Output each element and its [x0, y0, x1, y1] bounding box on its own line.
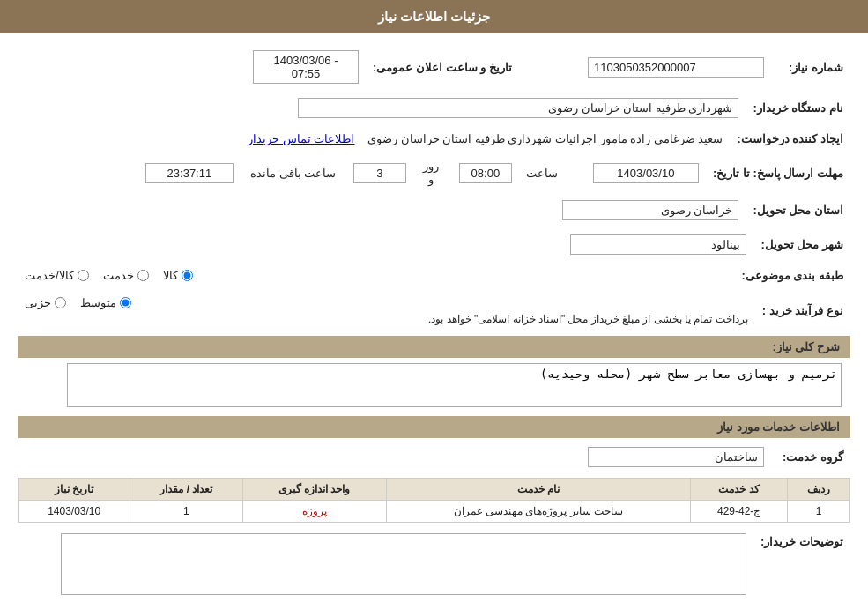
service-group-label: گروه خدمت:: [771, 443, 850, 471]
page-title: جزئیات اطلاعات نیاز: [378, 9, 490, 24]
purchase-type-radio-group: جزیی متوسط: [25, 296, 748, 309]
deadline-remaining: 23:37:11: [145, 163, 234, 183]
service-group-value: ساختمان: [588, 447, 764, 467]
city-value: بینالود: [570, 234, 746, 255]
deadline-time-label: ساعت: [519, 156, 565, 189]
need-desc-section-label: شرح کلی نیاز:: [18, 336, 850, 358]
contact-link[interactable]: اطلاعات تماس خریدار: [248, 132, 354, 145]
col-row-num: ردیف: [787, 479, 849, 501]
col-quantity: تعداد / مقدار: [130, 479, 242, 501]
announce-label: تاریخ و ساعت اعلان عمومی:: [366, 47, 524, 87]
button-area: بازگشت چاپ: [18, 605, 850, 609]
deadline-days: 3: [353, 163, 406, 183]
col-service-code: کد خدمت: [691, 479, 788, 501]
deadline-day-label: روز و: [413, 156, 449, 189]
col-unit: واحد اندازه گیری: [242, 479, 386, 501]
requester-org-label: نام دستگاه خریدار:: [746, 94, 850, 122]
deadline-time: 08:00: [459, 163, 512, 183]
category-option-kala-khedmat[interactable]: کالا/خدمت: [25, 269, 89, 282]
services-section-label: اطلاعات خدمات مورد نیاز: [18, 416, 850, 438]
col-date: تاریخ نیاز: [19, 479, 130, 501]
need-number-value: 1103050352000007: [588, 57, 764, 78]
deadline-date: 1403/03/10: [593, 163, 699, 183]
deadline-remaining-label: ساعت باقی مانده: [241, 156, 346, 189]
purchase-type-option-motavaset[interactable]: متوسط: [80, 296, 131, 309]
purchase-note: پرداخت تمام یا بخشی از مبلغ خریداز محل "…: [25, 313, 748, 325]
need-desc-textarea[interactable]: <span data-bind="fields.need_desc_value"…: [67, 363, 842, 407]
creator-label: ایجاد کننده درخواست:: [730, 129, 850, 149]
creator-value: سعید ضرغامی زاده مامور اجرائیات شهرداری …: [367, 132, 723, 145]
announce-value: 1403/03/06 - 07:55: [253, 50, 359, 84]
purchase-type-label: نوع فرآیند خرید :: [755, 293, 850, 329]
page-header: جزئیات اطلاعات نیاز: [0, 0, 868, 33]
need-desc-container: <span data-bind="fields.need_desc_value"…: [18, 363, 850, 407]
category-label: طبقه بندی موضوعی:: [734, 265, 850, 286]
services-table: ردیف کد خدمت نام خدمت واحد اندازه گیری ت…: [18, 478, 850, 523]
requester-org-value: شهرداری طرفیه استان خراسان رضوی: [298, 98, 738, 118]
category-radio-group: کالا/خدمت خدمت کالا: [25, 269, 727, 282]
buyer-notes-textarea[interactable]: [61, 533, 746, 595]
need-number-label: شماره نیاز:: [771, 47, 850, 87]
city-label: شهر محل تحویل:: [753, 231, 850, 258]
buyer-notes-label: توضیحات خریدار:: [753, 530, 850, 598]
table-row: 1 ج-42-429 ساخت سایر پروژه‌های مهندسی عم…: [19, 501, 850, 523]
col-service-name: نام خدمت: [386, 479, 691, 501]
deadline-label: مهلت ارسال پاسخ: تا تاریخ:: [706, 156, 850, 189]
category-option-kala[interactable]: کالا: [163, 269, 193, 282]
purchase-type-option-jozei[interactable]: جزیی: [25, 296, 66, 309]
province-label: استان محل تحویل:: [746, 197, 850, 224]
province-value: خراسان رضوی: [562, 200, 738, 220]
category-option-khedmat[interactable]: خدمت: [103, 269, 149, 282]
